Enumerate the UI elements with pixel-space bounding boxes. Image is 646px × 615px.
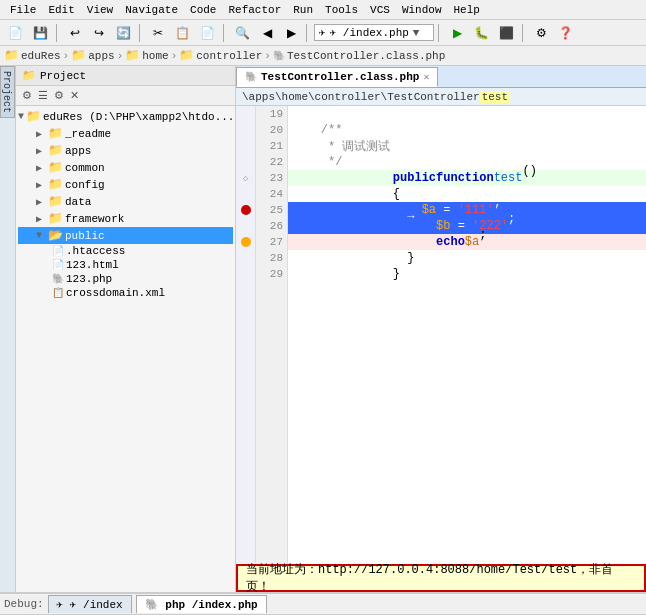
bc-controller[interactable]: 📁 controller <box>179 48 262 63</box>
tab-close-button[interactable]: ✕ <box>423 71 429 83</box>
bottom-section: Debug: ✈ ✈ /index 🐘 php /index.php ▶ ⬛ @… <box>0 592 646 615</box>
sidebar-settings-btn[interactable]: ⚙ <box>52 88 66 103</box>
stop-button[interactable]: ⬛ <box>495 24 518 42</box>
tree-item-framework[interactable]: ▶ 📁 framework <box>18 210 233 227</box>
bc-file-icon: 🐘 <box>273 50 285 62</box>
bc-file[interactable]: 🐘 TestController.class.php <box>273 50 445 62</box>
code-path-bar: \apps\home\controller\TestController tes… <box>236 88 646 106</box>
tree-item-edures[interactable]: ▼ 📁 eduRes (D:\PHP\xampp2\htdo... <box>18 108 233 125</box>
run-button[interactable]: ▶ <box>446 24 468 42</box>
code-content[interactable]: /** * 调试测试 */ public function test() { <box>288 106 646 564</box>
run-path-label: ✈ /index.php <box>330 26 409 39</box>
debug-label: Debug: <box>4 598 44 610</box>
folder-icon-data: 📁 <box>48 194 63 209</box>
tree-arrow-common: ▶ <box>36 162 46 174</box>
tree-item-readme[interactable]: ▶ 📁 _readme <box>18 125 233 142</box>
tree-item-common[interactable]: ▶ 📁 common <box>18 159 233 176</box>
bc-home-label: home <box>142 50 168 62</box>
settings-button[interactable]: ⚙ <box>530 24 552 42</box>
code-path-text: \apps\home\controller\TestController <box>242 91 480 103</box>
menu-help[interactable]: Help <box>448 4 486 16</box>
debug-tab-index-label: ✈ /index <box>70 599 123 611</box>
menu-bar: File Edit View Navigate Code Refactor Ru… <box>0 0 646 20</box>
tree-label-config: config <box>65 179 105 191</box>
tree-item-htaccess[interactable]: 📄 .htaccess <box>18 244 233 258</box>
menu-tools[interactable]: Tools <box>319 4 364 16</box>
cut-button[interactable]: ✂ <box>147 24 169 42</box>
tree-item-123html[interactable]: 📄 123.html <box>18 258 233 272</box>
new-button[interactable]: 📄 <box>4 24 27 42</box>
folder-icon-apps: 📁 <box>48 143 63 158</box>
debug-tab-index-php[interactable]: 🐘 php /index.php <box>136 595 267 613</box>
ln-29: 29 <box>256 266 287 282</box>
folder-icon-edures: 📁 <box>26 109 41 124</box>
menu-view[interactable]: View <box>81 4 119 16</box>
gutter-21 <box>236 138 255 154</box>
ln-24: 24 <box>256 186 287 202</box>
debug-tab-index-php-label: php /index.php <box>165 599 257 611</box>
bc-sep3: › <box>171 50 178 62</box>
bc-sep1: › <box>63 50 70 62</box>
file-tree-sidebar: 📁 Project ⚙ ☰ ⚙ ✕ ▼ 📁 eduRes (D:\PHP\xam… <box>16 66 236 592</box>
tree-item-public[interactable]: ▼ 📂 public <box>18 227 233 244</box>
refresh-button[interactable]: 🔄 <box>112 24 135 42</box>
tree-item-config[interactable]: ▶ 📁 config <box>18 176 233 193</box>
code-line-19 <box>288 106 646 122</box>
breakpoint-25 <box>241 205 251 215</box>
tree-label-common: common <box>65 162 105 174</box>
copy-button[interactable]: 📋 <box>171 24 194 42</box>
menu-vcs[interactable]: VCS <box>364 4 396 16</box>
bc-home[interactable]: 📁 home <box>125 48 168 63</box>
tree-item-crossdomain[interactable]: 📋 crossdomain.xml <box>18 286 233 300</box>
menu-navigate[interactable]: Navigate <box>119 4 184 16</box>
breadcrumb: 📁 eduRes › 📁 apps › 📁 home › 📁 controlle… <box>0 46 646 66</box>
forward-button[interactable]: ▶ <box>280 24 302 42</box>
gutter-25 <box>236 202 255 218</box>
toolbar-sep4 <box>306 24 310 42</box>
menu-file[interactable]: File <box>4 4 42 16</box>
bc-apps-icon: 📁 <box>71 48 86 63</box>
bc-apps[interactable]: 📁 apps <box>71 48 114 63</box>
sidebar-sync-btn[interactable]: ⚙ <box>20 88 34 103</box>
bc-sep4: › <box>264 50 271 62</box>
save-button[interactable]: 💾 <box>29 24 52 42</box>
folder-icon-public: 📂 <box>48 228 63 243</box>
sidebar-close-btn[interactable]: ✕ <box>68 88 81 103</box>
tree-item-apps[interactable]: ▶ 📁 apps <box>18 142 233 159</box>
xml-icon-crossdomain: 📋 <box>52 287 64 299</box>
tree-label-data: data <box>65 196 91 208</box>
paste-button[interactable]: 📄 <box>196 24 219 42</box>
run-icon: ✈ <box>319 26 326 39</box>
editor-tab-testcontroller[interactable]: 🐘 TestController.class.php ✕ <box>236 67 438 87</box>
sidebar-collapse-btn[interactable]: ☰ <box>36 88 50 103</box>
tree-arrow-edures: ▼ <box>18 111 24 122</box>
code-editor[interactable]: ◇ 19 20 21 22 23 24 25 26 27 28 29 <box>236 106 646 564</box>
help-button[interactable]: ❓ <box>554 24 577 42</box>
project-tab[interactable]: Project <box>0 66 15 118</box>
php-icon-123php: 🐘 <box>52 273 64 285</box>
tree-item-123php[interactable]: 🐘 123.php <box>18 272 233 286</box>
menu-run[interactable]: Run <box>287 4 319 16</box>
menu-refactor[interactable]: Refactor <box>222 4 287 16</box>
debug-button[interactable]: 🐛 <box>470 24 493 42</box>
menu-edit[interactable]: Edit <box>42 4 80 16</box>
redo-button[interactable]: ↪ <box>88 24 110 42</box>
bc-sep2: › <box>117 50 124 62</box>
undo-button[interactable]: ↩ <box>64 24 86 42</box>
run-path[interactable]: ✈ ✈ /index.php ▼ <box>314 24 434 41</box>
gutter-28 <box>236 250 255 266</box>
menu-window[interactable]: Window <box>396 4 448 16</box>
main-toolbar: 📄 💾 ↩ ↪ 🔄 ✂ 📋 📄 🔍 ◀ ▶ ✈ ✈ /index.php ▼ ▶… <box>0 20 646 46</box>
bc-edures[interactable]: 📁 eduRes <box>4 48 61 63</box>
tree-label-apps: apps <box>65 145 91 157</box>
debug-tab-index[interactable]: ✈ ✈ /index <box>48 595 132 613</box>
bc-controller-label: controller <box>196 50 262 62</box>
tree-item-data[interactable]: ▶ 📁 data <box>18 193 233 210</box>
back-button[interactable]: ◀ <box>256 24 278 42</box>
tree-label-framework: framework <box>65 213 124 225</box>
folder-icon-config: 📁 <box>48 177 63 192</box>
sidebar-title: Project <box>40 70 86 82</box>
search-button[interactable]: 🔍 <box>231 24 254 42</box>
ln-26: 26 <box>256 218 287 234</box>
menu-code[interactable]: Code <box>184 4 222 16</box>
